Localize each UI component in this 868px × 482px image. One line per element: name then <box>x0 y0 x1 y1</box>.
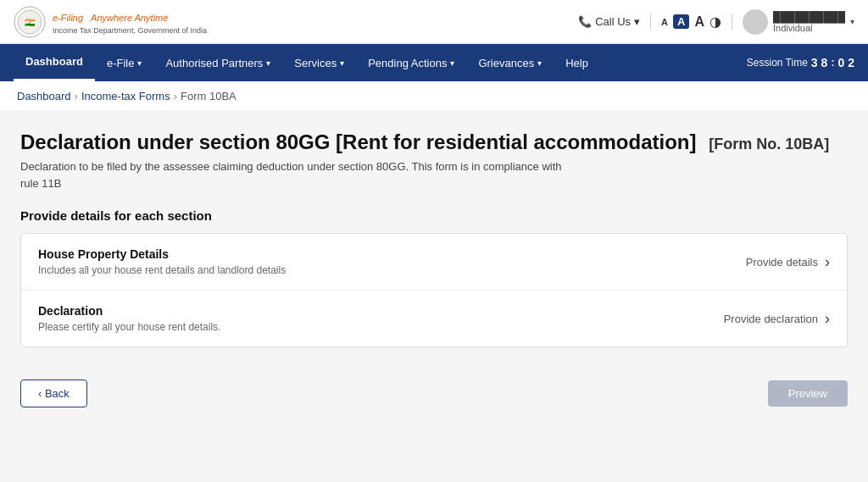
nav-dropdown-grievances: ▾ <box>537 58 542 68</box>
user-role: Individual <box>773 23 845 33</box>
logo-dept: Income Tax Department, Government of Ind… <box>53 26 207 36</box>
breadcrumb-income-tax-forms[interactable]: Income-tax Forms <box>81 90 170 102</box>
page-title-form: [Form No. 10BA] <box>709 136 829 152</box>
declaration-card[interactable]: Declaration Please certify all your hous… <box>21 291 847 346</box>
phone-icon: 📞 <box>578 15 592 28</box>
nav-label-dashboard: Dashboard <box>25 55 83 68</box>
back-button[interactable]: ‹ Back <box>20 380 87 407</box>
house-property-card[interactable]: House Property Details Includes all your… <box>21 234 847 291</box>
font-controls: A A A ◑ <box>650 14 732 30</box>
nav-dropdown-partners: ▾ <box>266 58 270 68</box>
declaration-action: Provide declaration › <box>724 310 830 328</box>
house-property-action-label: Provide details <box>746 256 818 269</box>
contrast-btn[interactable]: ◑ <box>709 14 721 30</box>
breadcrumb-dashboard[interactable]: Dashboard <box>17 90 71 102</box>
nav-label-grievances: Grievances <box>478 57 534 69</box>
house-property-action: Provide details › <box>746 253 830 271</box>
page-description: Declaration to be filed by the assessee … <box>20 158 563 191</box>
emblem-icon: 🇮🇳 <box>14 6 46 38</box>
user-info: ██████████ Individual <box>773 11 845 33</box>
house-property-card-left: House Property Details Includes all your… <box>38 247 746 276</box>
declaration-action-label: Provide declaration <box>724 313 818 325</box>
session-colon: : <box>831 57 834 69</box>
font-small-btn[interactable]: A <box>661 17 668 27</box>
font-large-btn[interactable]: A <box>694 14 704 30</box>
user-area: ██████████ Individual ▾ <box>743 9 854 35</box>
top-bar: 🇮🇳 e-Filing Anywhere Anytime Income Tax … <box>0 0 868 44</box>
nav-dropdown-efile: ▾ <box>137 58 142 68</box>
call-us-button[interactable]: 📞 Call Us ▾ <box>578 15 640 28</box>
nav-item-authorised-partners[interactable]: Authorised Partners ▾ <box>153 44 282 81</box>
nav-item-services[interactable]: Services ▾ <box>282 44 356 81</box>
preview-button[interactable]: Preview <box>768 380 848 407</box>
house-property-desc: Includes all your house rent details and… <box>38 264 746 276</box>
session-m1: 0 <box>837 56 844 69</box>
nav-item-dashboard[interactable]: Dashboard <box>14 44 95 81</box>
session-h1: 3 <box>811 56 818 69</box>
nav-item-efile[interactable]: e-File ▾ <box>95 44 154 81</box>
breadcrumb-sep-1: › <box>75 90 78 102</box>
breadcrumb: Dashboard › Income-tax Forms › Form 10BA <box>0 81 868 112</box>
main-content: Declaration under section 80GG [Rent for… <box>0 112 868 368</box>
logo-tagline: Anywhere Anytime <box>91 13 168 23</box>
logo-main-text: e-Filing <box>53 13 83 23</box>
call-dropdown-icon: ▾ <box>634 15 640 28</box>
font-medium-btn[interactable]: A <box>673 14 689 29</box>
session-time: Session Time 3 8 : 0 2 <box>747 56 854 69</box>
page-title: Declaration under section 80GG [Rent for… <box>20 129 848 155</box>
nav-label-pending-actions: Pending Actions <box>368 57 447 69</box>
call-us-label: Call Us <box>595 15 631 28</box>
user-masked-name: ██████████ <box>773 11 845 23</box>
user-dropdown-icon[interactable]: ▾ <box>850 17 854 26</box>
logo-text: e-Filing Anywhere Anytime Income Tax Dep… <box>53 8 207 35</box>
bottom-bar: ‹ Back Preview <box>0 368 868 419</box>
logo-area: 🇮🇳 e-Filing Anywhere Anytime Income Tax … <box>14 6 207 38</box>
breadcrumb-current: Form 10BA <box>181 90 236 102</box>
nav-label-help: Help <box>565 57 588 69</box>
logo-efiling: e-Filing Anywhere Anytime <box>53 8 207 26</box>
declaration-desc: Please certify all your house rent detai… <box>38 321 724 333</box>
session-label: Session Time <box>747 57 808 69</box>
svg-text:🇮🇳: 🇮🇳 <box>25 17 36 28</box>
nav-label-authorised-partners: Authorised Partners <box>165 57 263 69</box>
house-property-title: House Property Details <box>38 247 746 261</box>
house-property-chevron-icon: › <box>825 253 830 271</box>
declaration-card-left: Declaration Please certify all your hous… <box>38 304 724 333</box>
nav-item-grievances[interactable]: Grievances ▾ <box>466 44 554 81</box>
section-heading: Provide details for each section <box>20 208 848 223</box>
session-m2: 2 <box>848 56 854 69</box>
nav-item-pending-actions[interactable]: Pending Actions ▾ <box>356 44 466 81</box>
card-container: House Property Details Includes all your… <box>20 233 848 347</box>
nav-dropdown-pending: ▾ <box>450 58 454 68</box>
page-title-main: Declaration under section 80GG [Rent for… <box>20 130 697 153</box>
declaration-chevron-icon: › <box>825 310 830 328</box>
nav-item-help[interactable]: Help <box>554 44 600 81</box>
nav-bar: Dashboard e-File ▾ Authorised Partners ▾… <box>0 44 868 81</box>
nav-dropdown-services: ▾ <box>340 58 344 68</box>
top-right-controls: 📞 Call Us ▾ A A A ◑ ██████████ Individua… <box>578 9 854 35</box>
nav-label-services: Services <box>294 57 337 69</box>
session-h2: 8 <box>821 56 828 69</box>
declaration-title: Declaration <box>38 304 724 318</box>
nav-label-efile: e-File <box>107 57 135 69</box>
avatar <box>743 9 768 35</box>
breadcrumb-sep-2: › <box>174 90 177 102</box>
